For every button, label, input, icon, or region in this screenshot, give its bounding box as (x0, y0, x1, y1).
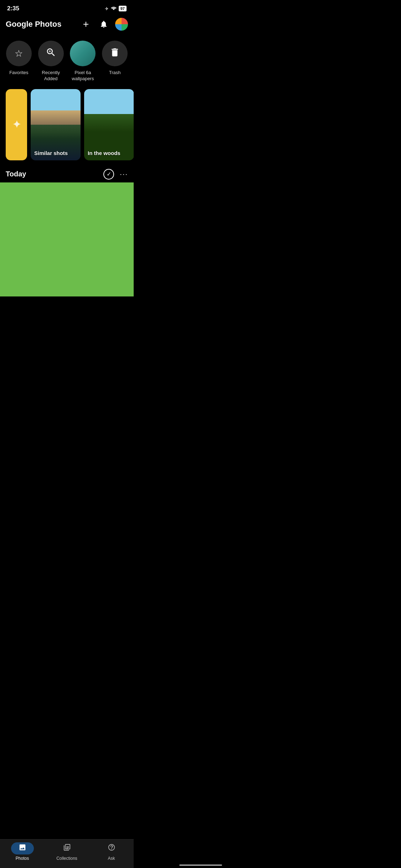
recently-added-icon (46, 47, 56, 60)
today-title: Today (6, 170, 26, 178)
recently-added-label: RecentlyAdded (42, 70, 60, 82)
add-button[interactable] (79, 18, 92, 31)
quick-item-recently-added[interactable]: RecentlyAdded (37, 41, 65, 82)
trash-icon (109, 47, 120, 60)
more-options-button[interactable]: ··· (120, 170, 128, 178)
more-icon: ··· (120, 170, 128, 178)
memories-section: ✦ Similar shots In the woods New StylePh… (0, 85, 134, 163)
quick-item-trash[interactable]: Trash (101, 41, 129, 82)
memory-card-similar-shots[interactable]: Similar shots (31, 89, 81, 160)
pixel-wallpapers-label: Pixel 6awallpapers (72, 70, 94, 82)
trash-circle (102, 41, 128, 66)
app-title-plain: Google (6, 20, 35, 29)
app-header: Google Photos (0, 14, 134, 36)
quick-item-favorites[interactable]: ☆ Favorites (5, 41, 33, 82)
quick-item-pixel-wallpapers[interactable]: Pixel 6awallpapers (68, 41, 97, 82)
recently-added-circle (38, 41, 64, 66)
notifications-button[interactable] (97, 18, 110, 31)
favorites-icon: ☆ (15, 48, 23, 59)
wifi-icon (111, 6, 117, 12)
memory-label-in-the-woods: In the woods (88, 150, 130, 156)
pixel-wallpapers-circle (70, 41, 96, 66)
today-section-header: Today ✓ ··· (0, 163, 134, 182)
memory-strip-card[interactable]: ✦ (6, 89, 27, 160)
quick-access-section: ☆ Favorites RecentlyAdded Pixel 6awallpa… (0, 36, 134, 85)
select-day-button[interactable]: ✓ (103, 169, 114, 180)
battery-indicator: 97 (119, 6, 127, 11)
favorites-circle: ☆ (6, 41, 32, 66)
favorites-label: Favorites (9, 70, 28, 76)
app-title-bold: Photos (35, 20, 62, 29)
today-actions: ✓ ··· (103, 169, 128, 180)
header-actions (79, 18, 128, 31)
today-photo[interactable] (0, 182, 134, 296)
status-time: 2:35 (7, 5, 19, 12)
airplane-mode-icon: ✈ (105, 6, 109, 11)
check-icon: ✓ (107, 171, 111, 177)
trash-label: Trash (109, 70, 121, 76)
memory-label-similar-shots: Similar shots (34, 150, 77, 156)
status-bar: 2:35 ✈ 97 (0, 0, 134, 14)
memory-card-in-the-woods[interactable]: In the woods (84, 89, 134, 160)
user-avatar[interactable] (115, 18, 128, 31)
app-title: Google Photos (6, 20, 79, 29)
status-icons: ✈ 97 (105, 6, 127, 12)
